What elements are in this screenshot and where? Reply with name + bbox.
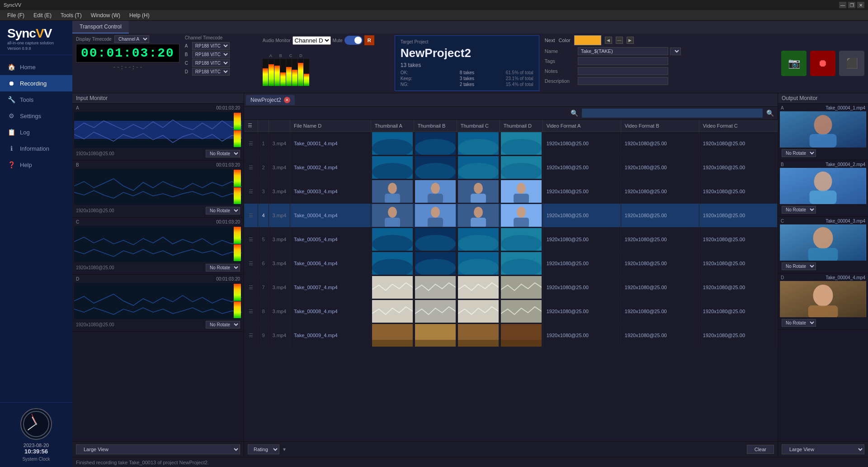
- transport-tab[interactable]: Transport Control: [72, 21, 129, 33]
- row-vformat-c: 1920x1080@25.00: [699, 180, 777, 204]
- svg-rect-49: [514, 218, 529, 227]
- camera-button[interactable]: 📷: [781, 51, 807, 76]
- row-vformat-a: 1920x1080@25.00: [542, 156, 621, 180]
- menu-edit[interactable]: Edit (E): [30, 11, 55, 19]
- row-vformat-c: 1920x1080@25.00: [699, 132, 777, 156]
- table-row[interactable]: ☰ 9 3.mp4 Take_00009_4.mp4: [244, 324, 778, 348]
- row-thumb-a: [371, 180, 414, 204]
- home-icon: 🏠: [7, 63, 15, 71]
- output-monitor: Output Monitor A Take_00004_1.mp4: [778, 93, 868, 457]
- name-select[interactable]: [670, 48, 681, 55]
- stop-button[interactable]: ⬛: [839, 51, 864, 76]
- tab-close-button[interactable]: ✕: [284, 97, 290, 103]
- notes-label: Notes: [545, 68, 576, 74]
- svg-point-92: [813, 285, 833, 306]
- menu-window[interactable]: Window (W): [87, 11, 124, 19]
- rating-select[interactable]: Rating: [248, 444, 279, 454]
- sidebar-item-recording[interactable]: ⏺ Recording: [0, 75, 72, 91]
- next-arrow[interactable]: ▶: [627, 37, 634, 44]
- mute-toggle[interactable]: [344, 36, 363, 45]
- svg-point-30: [431, 183, 440, 194]
- ch-c-format: 1920x1080@25.00: [76, 265, 114, 270]
- row-vformat-b: 1920x1080@25.00: [621, 252, 699, 276]
- input-view-select[interactable]: Large View: [76, 444, 240, 454]
- minimize-button[interactable]: —: [839, 2, 846, 8]
- out-ch-b-rotate[interactable]: No Rotate: [782, 206, 816, 214]
- ch-a-waveform: [74, 112, 242, 148]
- row-vformat-a: 1920x1080@25.00: [542, 324, 621, 348]
- output-view-select[interactable]: Large View: [782, 444, 864, 454]
- row-vformat-c: 1920x1080@25.00: [699, 228, 777, 252]
- table-row[interactable]: ☰ 4 3.mp4 Take_00004_4.mp4: [244, 204, 778, 228]
- search-icon-left[interactable]: 🔍: [571, 110, 578, 117]
- row-vformat-c: 1920x1080@25.00: [699, 252, 777, 276]
- close-button[interactable]: ✕: [857, 2, 864, 8]
- name-input[interactable]: [578, 47, 668, 55]
- row-filename: Take_00002_4.mp4: [290, 156, 371, 180]
- audio-monitor-channel-select[interactable]: Channel D: [292, 36, 331, 45]
- row-vformat-c: 1920x1080@25.00: [699, 300, 777, 324]
- sidebar-item-home[interactable]: 🏠 Home: [0, 59, 72, 75]
- ch-b-header: B 00:01:03:20: [74, 162, 242, 167]
- ch-d-waveform: [74, 283, 242, 319]
- minus-btn[interactable]: —: [616, 37, 623, 44]
- table-row[interactable]: ☰ 5 3.mp4 Take_00005_4.mp4: [244, 228, 778, 252]
- menu-tools[interactable]: Tools (T): [57, 11, 85, 19]
- out-ch-c-thumb: [780, 224, 866, 261]
- row-thumb-d: [500, 228, 542, 252]
- row-thumb-a: [371, 132, 414, 156]
- search-icon-right[interactable]: 🔍: [766, 110, 774, 117]
- sidebar-item-settings[interactable]: ⚙ Settings: [0, 108, 72, 124]
- ch-d-select[interactable]: RP188 VITC: [192, 68, 230, 76]
- menu-help[interactable]: Help (H): [126, 11, 153, 19]
- notes-input[interactable]: [578, 67, 668, 75]
- timecode-channel-select[interactable]: Channel A: [114, 35, 149, 43]
- svg-point-48: [517, 207, 526, 218]
- record-button[interactable]: ⏺: [810, 51, 835, 76]
- menu-bar: File (F) Edit (E) Tools (T) Window (W) H…: [0, 10, 868, 21]
- out-ch-d-header: D Take_00004_4.mp4: [780, 275, 866, 280]
- ch-c-select[interactable]: RP188 VITC: [192, 59, 230, 67]
- ch-b-rotate[interactable]: No Rotate: [206, 207, 240, 214]
- table-row[interactable]: ☰ 8 3.mp4 Take_00008_4.mp4: [244, 300, 778, 324]
- out-ch-a-rotate[interactable]: No Rotate: [782, 149, 816, 157]
- table-row[interactable]: ☰ 3 3.mp4 Take_00003_4.mp4: [244, 180, 778, 204]
- clear-button[interactable]: Clear: [747, 445, 774, 454]
- sidebar-item-information[interactable]: ℹ Information: [0, 140, 72, 157]
- ch-a-select[interactable]: RP188 VITC: [192, 42, 230, 50]
- tags-input[interactable]: [578, 57, 668, 65]
- ch-a-rotate[interactable]: No Rotate: [206, 150, 240, 157]
- maximize-button[interactable]: ❐: [848, 2, 855, 8]
- ch-d-rotate[interactable]: No Rotate: [206, 321, 240, 329]
- channel-timecode-label: Channel Timecode: [185, 35, 257, 40]
- description-input[interactable]: [578, 77, 668, 85]
- out-ch-d-rotate[interactable]: No Rotate: [782, 319, 816, 327]
- row-thumb-d: [500, 300, 542, 324]
- row-vformat-a: 1920x1080@25.00: [542, 132, 621, 156]
- table-row[interactable]: ☰ 2 3.mp4 Take_00002_4.mp4: [244, 156, 778, 180]
- table-row[interactable]: ☰ 7 3.mp4 Take_00007_4.mp4: [244, 276, 778, 300]
- ch-b-video: [74, 169, 242, 205]
- sidebar-item-log[interactable]: 📋 Log: [0, 124, 72, 140]
- table-row[interactable]: ☰ 1 3.mp4 Take_00001_4.mp4: [244, 132, 778, 156]
- search-bar[interactable]: [582, 109, 763, 118]
- project-tab[interactable]: NewProject2 ✕: [246, 95, 295, 105]
- prev-arrow[interactable]: ◀: [605, 37, 612, 44]
- mute-button[interactable]: R: [364, 35, 374, 45]
- sidebar-item-tools[interactable]: 🔧 Tools: [0, 91, 72, 108]
- sidebar-clock: 2023-08-20 10:39:56 System Clock: [0, 402, 72, 467]
- ch-b-select[interactable]: RP188 VITC: [192, 51, 230, 58]
- out-ch-c-rotate[interactable]: No Rotate: [782, 262, 816, 270]
- audio-bar-4: [280, 59, 286, 86]
- table-row[interactable]: ☰ 6 3.mp4 Take_00006_4.mp4: [244, 252, 778, 276]
- level-bar-3: [234, 170, 241, 187]
- color-swatch[interactable]: [574, 35, 601, 45]
- input-channel-a: A 00:01:03:20: [72, 104, 244, 161]
- menu-file[interactable]: File (F): [4, 11, 28, 19]
- ch-c-rotate[interactable]: No Rotate: [206, 264, 240, 272]
- svg-point-27: [388, 183, 397, 194]
- timecode-display: 00:01:03:20: [76, 44, 179, 62]
- channel-row-b: B RP188 VITC: [185, 51, 257, 58]
- sidebar-item-help[interactable]: ❓ Help: [0, 157, 72, 173]
- name-label: Name: [545, 48, 576, 54]
